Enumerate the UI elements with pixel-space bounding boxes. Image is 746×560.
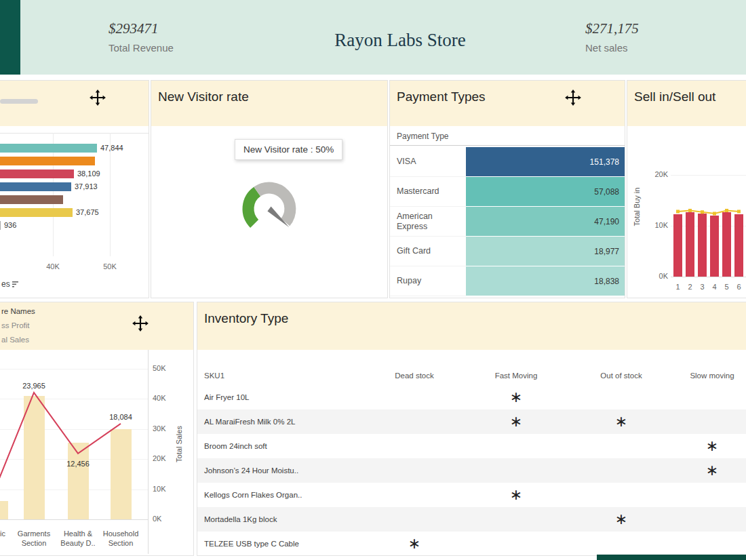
bar[interactable] bbox=[0, 221, 1, 230]
panel-payment-types: Payment Types Payment Type VISA151,378Ma… bbox=[389, 80, 625, 298]
column-header-dead-stock[interactable]: Dead stock bbox=[360, 367, 469, 385]
mark-cell[interactable]: ∗ bbox=[469, 385, 564, 409]
payment-type-label: Rupay bbox=[390, 266, 466, 296]
payment-body: Payment Type VISA151,378Mastercard57,088… bbox=[390, 126, 625, 296]
bar[interactable] bbox=[710, 216, 719, 277]
gridline bbox=[671, 175, 746, 176]
panel-top-sellers-header bbox=[0, 81, 149, 126]
axis-footer: es bbox=[1, 279, 20, 289]
bar[interactable] bbox=[734, 214, 743, 277]
payment-value: 18,977 bbox=[594, 247, 619, 256]
payment-value: 151,378 bbox=[590, 157, 619, 167]
x-category-label: Household Section bbox=[97, 529, 144, 548]
table-row[interactable]: TELZEE USB type C Cable∗ bbox=[197, 532, 746, 554]
column-header-slow-moving[interactable]: Slow moving bbox=[679, 367, 745, 385]
bar[interactable] bbox=[0, 157, 95, 165]
payment-rows: VISA151,378Mastercard57,088American Expr… bbox=[390, 147, 625, 296]
mark-cell[interactable]: ∗ bbox=[679, 458, 745, 483]
sku-name: Mortadella 1Kg block bbox=[197, 515, 360, 523]
gauge-filled-arc[interactable] bbox=[248, 192, 257, 224]
line-value-label: 18,084 bbox=[100, 413, 141, 421]
bar[interactable] bbox=[24, 396, 45, 519]
payment-value-cell[interactable]: 18,838 bbox=[466, 266, 625, 296]
payment-type-label: VISA bbox=[390, 147, 466, 177]
move-icon[interactable] bbox=[132, 315, 149, 332]
dashboard-title: Rayon Labs Store bbox=[271, 30, 529, 51]
x-category-label: Health & Beauty D.. bbox=[54, 529, 102, 548]
panel-top-sellers: es 40K50K47,84438,10937,91337,675936 bbox=[0, 80, 149, 298]
panel-inventory-type: Inventory Type SKU1 Dead stock Fast Movi… bbox=[197, 302, 746, 556]
bar[interactable] bbox=[0, 144, 97, 153]
bottom-accent-bar bbox=[597, 555, 746, 560]
panel-title: Inventory Type bbox=[197, 302, 746, 326]
column-header-out-of-stock[interactable]: Out of stock bbox=[564, 367, 679, 385]
y-tick-label: 50K bbox=[153, 364, 166, 372]
gridline bbox=[0, 399, 148, 399]
bar[interactable] bbox=[0, 182, 71, 191]
sku-name: Johnson’s 24 Hour Moistu.. bbox=[197, 466, 360, 475]
top-sellers-plot: es 40K50K47,84438,10937,91337,675936 bbox=[0, 126, 149, 296]
column-header-sku1[interactable]: SKU1 bbox=[197, 367, 360, 385]
mark-cell[interactable]: ∗ bbox=[469, 409, 564, 434]
bar[interactable] bbox=[68, 443, 89, 519]
payment-row: Gift Card18,977 bbox=[390, 237, 625, 266]
legend-store-names[interactable]: re Names bbox=[0, 302, 193, 317]
payment-value-cell[interactable]: 151,378 bbox=[466, 147, 625, 177]
sections-axis: Total Sales 0K10K20K30K40K50K bbox=[149, 350, 192, 554]
kpi-net-sales-label: Net sales bbox=[585, 42, 639, 54]
column-header-fast-moving[interactable]: Fast Moving bbox=[469, 367, 564, 385]
new-visitor-body: New Visitor rate : 50% bbox=[151, 126, 387, 296]
gauge-tooltip: New Visitor rate : 50% bbox=[235, 139, 342, 160]
mark-cell[interactable]: ∗ bbox=[360, 532, 469, 554]
y-tick-label: 40K bbox=[153, 394, 166, 402]
mark-cell[interactable]: ∗ bbox=[564, 409, 679, 434]
move-icon[interactable] bbox=[89, 89, 106, 106]
table-row[interactable]: Johnson’s 24 Hour Moistu..∗ bbox=[197, 458, 746, 483]
table-row[interactable]: Broom 24inch soft∗ bbox=[197, 434, 746, 458]
bar[interactable] bbox=[111, 429, 132, 519]
sort-icon[interactable] bbox=[12, 281, 20, 288]
scroll-pill[interactable] bbox=[0, 99, 38, 104]
payment-value-cell[interactable]: 47,190 bbox=[466, 207, 625, 237]
move-icon[interactable] bbox=[564, 89, 582, 106]
y-axis-title: Total Sales bbox=[175, 417, 183, 471]
bar-value-label: 37,913 bbox=[75, 182, 98, 191]
y-tick-label: 20K bbox=[645, 170, 668, 178]
table-row[interactable]: Air Fryer 10L∗ bbox=[197, 385, 746, 409]
payment-type-label: Gift Card bbox=[390, 237, 466, 266]
bar[interactable] bbox=[0, 195, 63, 204]
payment-value-cell[interactable]: 57,088 bbox=[466, 177, 625, 207]
x-category-label: Garments Section bbox=[10, 529, 58, 548]
table-row[interactable]: Mortadella 1Kg block∗ bbox=[197, 507, 746, 532]
bar[interactable] bbox=[0, 501, 8, 519]
legend-gross-profit[interactable]: ss Profit bbox=[0, 317, 193, 331]
mark-cell[interactable]: ∗ bbox=[564, 507, 679, 532]
corner-accent-bar bbox=[0, 0, 20, 75]
sell-plot: Total Buy in 0K10K20K123456 bbox=[627, 126, 746, 296]
bar[interactable] bbox=[673, 214, 682, 277]
bar[interactable] bbox=[0, 208, 73, 217]
mark-cell[interactable]: ∗ bbox=[679, 434, 745, 458]
table-row[interactable]: Kellogs Corn Flakes Organ..∗ bbox=[197, 483, 746, 507]
panel-new-visitor-header: New Visitor rate bbox=[151, 81, 387, 126]
payment-row: American Express47,190 bbox=[390, 207, 625, 237]
bar[interactable] bbox=[0, 169, 74, 178]
column-header-payment-type[interactable]: Payment Type bbox=[397, 132, 449, 141]
payment-value-cell[interactable]: 18,977 bbox=[466, 237, 625, 266]
gridline bbox=[0, 519, 148, 520]
bar[interactable] bbox=[722, 212, 731, 277]
table-row[interactable]: AL MaraiFresh Milk 0% 2L∗∗ bbox=[197, 409, 746, 434]
bar-value-label: 47,844 bbox=[100, 144, 123, 153]
mark-cell[interactable]: ∗ bbox=[469, 483, 564, 507]
y-tick-label: 0K bbox=[153, 515, 161, 523]
legend-total-sales[interactable]: al Sales bbox=[0, 331, 193, 345]
bar[interactable] bbox=[698, 214, 707, 277]
sections-body: 23,96512,45618,084icGarments SectionHeal… bbox=[0, 350, 193, 554]
kpi-total-revenue: $293471 Total Revenue bbox=[109, 20, 174, 54]
y-tick-label: 30K bbox=[153, 424, 166, 433]
y-tick-label: 10K bbox=[153, 485, 166, 493]
bar[interactable] bbox=[686, 212, 694, 277]
visitor-gauge[interactable] bbox=[232, 172, 307, 246]
gauge-empty-arc[interactable] bbox=[257, 188, 290, 222]
dashboard-header: $293471 Total Revenue Rayon Labs Store $… bbox=[0, 0, 746, 75]
